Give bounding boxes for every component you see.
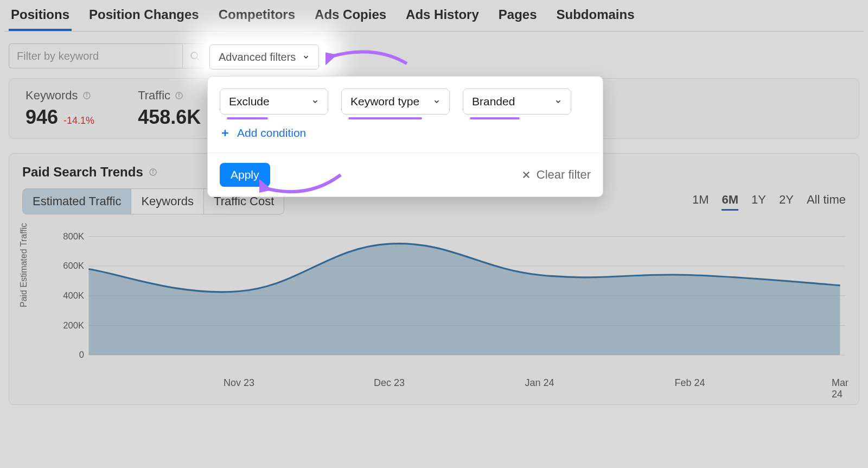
svg-text:200K: 200K	[63, 320, 84, 331]
area-chart: 0200K400K600K800K	[55, 231, 846, 361]
tab-competitors[interactable]: Competitors	[216, 0, 297, 31]
search-icon	[189, 50, 200, 61]
tabs: PositionsPosition ChangesCompetitorsAds …	[4, 0, 864, 31]
tab-position-changes[interactable]: Position Changes	[87, 0, 201, 31]
condition-operator-dropdown[interactable]: Exclude	[220, 88, 328, 115]
kpi-keywords-value: 946	[25, 106, 58, 129]
range-2y[interactable]: 2Y	[779, 193, 794, 211]
kpi-traffic-label: Traffic	[138, 88, 201, 103]
annotation-arrow	[259, 169, 346, 202]
svg-text:800K: 800K	[63, 231, 84, 242]
xaxis-tick: Mar 24	[832, 377, 848, 400]
search-button[interactable]	[182, 43, 207, 68]
plus-icon	[220, 128, 231, 138]
toolbar: Advanced filters	[4, 31, 864, 68]
svg-point-7	[178, 94, 179, 94]
tab-positions[interactable]: Positions	[9, 0, 72, 31]
segment-keywords[interactable]: Keywords	[131, 188, 204, 214]
tab-pages[interactable]: Pages	[496, 0, 539, 31]
range-all-time[interactable]: All time	[807, 193, 846, 211]
condition-field-dropdown[interactable]: Keyword type	[341, 88, 450, 115]
section-title: Paid Search Trends	[22, 165, 143, 180]
close-icon	[521, 170, 531, 180]
tab-ads-copies[interactable]: Ads Copies	[312, 0, 388, 31]
annotation-arrow	[326, 45, 412, 72]
range-6m[interactable]: 6M	[722, 193, 738, 211]
chevron-down-icon	[311, 98, 319, 105]
info-icon	[149, 168, 157, 176]
add-condition-button[interactable]: Add condition	[220, 127, 591, 140]
range-1y[interactable]: 1Y	[751, 193, 766, 211]
chevron-down-icon	[433, 98, 441, 105]
svg-point-4	[86, 94, 87, 94]
svg-text:600K: 600K	[63, 261, 84, 271]
svg-point-10	[152, 170, 153, 171]
svg-line-1	[197, 58, 199, 60]
svg-text:0: 0	[79, 350, 84, 360]
range-1m[interactable]: 1M	[692, 193, 709, 211]
xaxis-tick: Dec 23	[374, 377, 405, 389]
filter-keyword-input[interactable]	[9, 43, 182, 68]
chevron-down-icon	[554, 98, 562, 105]
info-icon	[175, 91, 183, 100]
xaxis-tick: Feb 24	[675, 377, 705, 389]
svg-point-0	[191, 52, 197, 59]
kpi-traffic-value: 458.6K	[138, 106, 201, 129]
kpi-keywords-label: Keywords	[25, 88, 94, 103]
condition-value-dropdown[interactable]: Branded	[463, 88, 571, 115]
tab-ads-history[interactable]: Ads History	[404, 0, 481, 31]
clear-filter-button[interactable]: Clear filter	[521, 168, 591, 182]
svg-text:400K: 400K	[63, 290, 84, 301]
tab-subdomains[interactable]: Subdomains	[554, 0, 637, 31]
xaxis-tick: Nov 23	[224, 377, 254, 389]
xaxis-tick: Jan 24	[525, 377, 554, 389]
info-icon	[82, 91, 91, 100]
range-selector: 1M6M1Y2YAll time	[692, 193, 846, 211]
chart-xaxis: Nov 23Dec 23Jan 24Feb 24Mar 24	[55, 377, 846, 394]
segment-estimated-traffic[interactable]: Estimated Traffic	[22, 188, 131, 214]
advanced-filters-button-spot[interactable]: Advanced filters	[209, 45, 319, 69]
chevron-down-icon	[302, 53, 310, 61]
kpi-keywords-delta: -14.1%	[63, 115, 94, 127]
chart-ylabel: Paid Estimated Traffic	[19, 223, 29, 307]
